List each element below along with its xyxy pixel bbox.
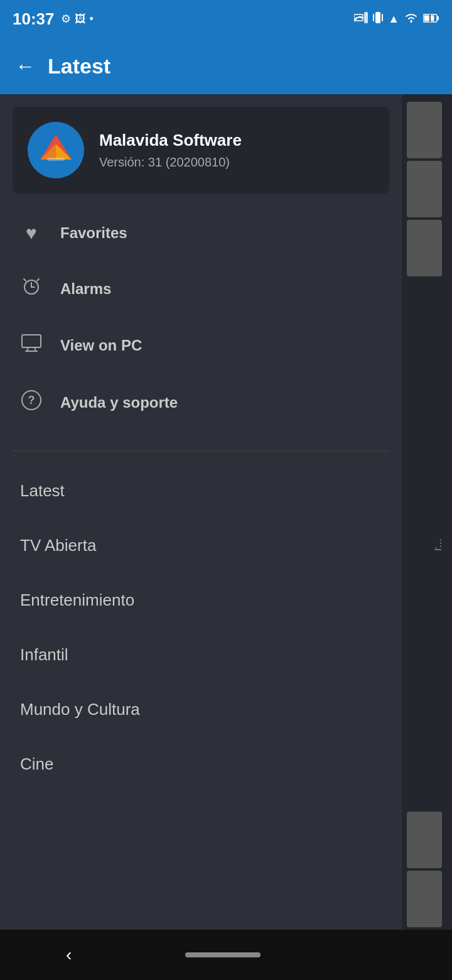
help-label: Ayuda y soporte	[60, 394, 178, 411]
svg-point-5	[411, 20, 412, 22]
heart-icon: ♥	[20, 222, 43, 244]
category-item-tv-abierta[interactable]: TV Abierta	[0, 518, 402, 573]
svg-rect-20	[22, 335, 41, 347]
scroll-label-r: r...	[431, 538, 444, 551]
cast-icon	[354, 12, 368, 26]
app-name: Malavida Software	[99, 131, 242, 150]
menu-items: ♥ Favorites Alarms	[0, 193, 402, 444]
dot-icon: •	[90, 13, 94, 26]
category-item-infantil[interactable]: Infantil	[0, 628, 402, 682]
settings-icon: ⚙	[61, 12, 71, 26]
category-item-latest[interactable]: Latest	[0, 464, 402, 518]
scroll-thumb-4	[407, 812, 442, 868]
status-bar: 10:37 ⚙ 🖼 • ▲	[0, 0, 452, 38]
help-icon: ?	[20, 389, 43, 415]
right-panel: r...	[402, 94, 452, 930]
menu-item-favorites[interactable]: ♥ Favorites	[0, 206, 402, 260]
alarms-label: Alarms	[60, 280, 111, 298]
scroll-thumb-5	[407, 871, 442, 927]
category-item-mundo-cultura[interactable]: Mundo y Cultura	[0, 682, 402, 737]
menu-item-view-on-pc[interactable]: View on PC	[0, 317, 402, 373]
favorites-label: Favorites	[60, 224, 127, 242]
menu-item-alarms[interactable]: Alarms	[0, 260, 402, 317]
scroll-thumb-1	[407, 102, 442, 158]
page-title: Latest	[48, 54, 110, 79]
category-item-entretenimiento[interactable]: Entretenimiento	[0, 573, 402, 628]
menu-divider	[13, 450, 389, 451]
svg-rect-8	[437, 16, 439, 20]
menu-item-help[interactable]: ? Ayuda y soporte	[0, 373, 402, 432]
alarm-icon	[20, 276, 43, 301]
image-icon: 🖼	[75, 13, 86, 26]
scroll-thumb-2	[407, 161, 442, 217]
svg-rect-7	[424, 15, 434, 21]
app-info-text: Malavida Software Versión: 31 (20200810)	[99, 131, 242, 170]
svg-rect-2	[375, 12, 380, 23]
status-time: 10:37	[13, 9, 55, 29]
drawer: Malavida Software Versión: 31 (20200810)…	[0, 94, 402, 930]
home-indicator[interactable]	[185, 952, 261, 957]
status-icons: ⚙ 🖼 •	[61, 12, 94, 26]
back-button[interactable]: ←	[15, 55, 35, 78]
svg-line-18	[24, 279, 26, 281]
wifi-icon	[404, 12, 418, 26]
app-version: Versión: 31 (20200810)	[99, 155, 242, 170]
svg-rect-1	[364, 12, 368, 23]
app-logo	[28, 122, 84, 178]
nav-bar: ‹	[0, 930, 452, 980]
monitor-icon	[20, 334, 43, 357]
vibrate-icon	[373, 11, 383, 28]
status-bar-right: ▲	[354, 11, 439, 28]
svg-text:?: ?	[28, 394, 35, 406]
back-nav-button[interactable]: ‹	[47, 939, 90, 971]
arrow-icon: ▲	[388, 13, 399, 26]
app-info-card: Malavida Software Versión: 31 (20200810)	[13, 107, 389, 193]
svg-line-19	[37, 279, 39, 281]
category-item-cine[interactable]: Cine	[0, 737, 402, 792]
app-bar: ← Latest	[0, 38, 452, 94]
category-list: Latest TV Abierta Entretenimiento Infant…	[0, 457, 402, 798]
scroll-thumb-3	[407, 220, 442, 276]
view-on-pc-label: View on PC	[60, 337, 142, 354]
main-content: Malavida Software Versión: 31 (20200810)…	[0, 94, 452, 930]
status-bar-left: 10:37 ⚙ 🖼 •	[13, 9, 94, 29]
svg-rect-14	[47, 158, 65, 161]
battery-icon	[423, 13, 439, 26]
